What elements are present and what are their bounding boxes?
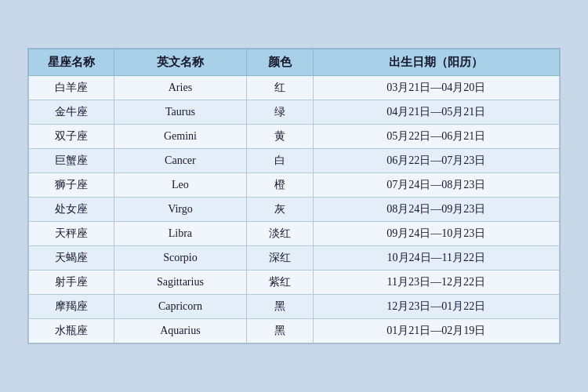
cell-english: Capricorn [114, 295, 246, 319]
table-header-row: 星座名称 英文名称 颜色 出生日期（阳历） [29, 49, 560, 76]
table-row: 狮子座Leo橙07月24日—08月23日 [29, 173, 560, 198]
cell-date: 01月21日—02月19日 [313, 319, 559, 343]
cell-color: 红 [247, 76, 314, 100]
header-date: 出生日期（阳历） [313, 49, 559, 76]
table-row: 双子座Gemini黄05月22日—06月21日 [29, 125, 560, 149]
cell-chinese: 狮子座 [29, 173, 114, 198]
cell-date: 09月24日—10月23日 [313, 222, 559, 246]
cell-date: 12月23日—01月22日 [313, 295, 559, 319]
cell-chinese: 射手座 [29, 270, 114, 295]
cell-chinese: 水瓶座 [29, 319, 114, 343]
cell-english: Libra [114, 222, 246, 246]
cell-english: Taurus [114, 100, 246, 125]
table-row: 水瓶座Aquarius黑01月21日—02月19日 [29, 319, 560, 343]
table-row: 摩羯座Capricorn黑12月23日—01月22日 [29, 295, 560, 319]
cell-english: Scorpio [114, 246, 246, 270]
header-chinese: 星座名称 [29, 49, 114, 76]
cell-english: Cancer [114, 149, 246, 173]
table-row: 天秤座Libra淡红09月24日—10月23日 [29, 222, 560, 246]
header-color: 颜色 [247, 49, 314, 76]
table-row: 射手座Sagittarius紫红11月23日—12月22日 [29, 270, 560, 295]
cell-date: 10月24日—11月22日 [313, 246, 559, 270]
cell-color: 橙 [247, 173, 314, 198]
cell-date: 06月22日—07月23日 [313, 149, 559, 173]
cell-date: 08月24日—09月23日 [313, 198, 559, 222]
cell-chinese: 巨蟹座 [29, 149, 114, 173]
table-row: 金牛座Taurus绿04月21日—05月21日 [29, 100, 560, 125]
cell-color: 深红 [247, 246, 314, 270]
cell-chinese: 天秤座 [29, 222, 114, 246]
cell-date: 05月22日—06月21日 [313, 125, 559, 149]
cell-chinese: 双子座 [29, 125, 114, 149]
table-row: 天蝎座Scorpio深红10月24日—11月22日 [29, 246, 560, 270]
table-row: 处女座Virgo灰08月24日—09月23日 [29, 198, 560, 222]
cell-chinese: 白羊座 [29, 76, 114, 100]
cell-date: 07月24日—08月23日 [313, 173, 559, 198]
cell-english: Virgo [114, 198, 246, 222]
cell-color: 黑 [247, 295, 314, 319]
cell-english: Leo [114, 173, 246, 198]
cell-chinese: 摩羯座 [29, 295, 114, 319]
cell-date: 04月21日—05月21日 [313, 100, 559, 125]
cell-color: 绿 [247, 100, 314, 125]
cell-color: 黑 [247, 319, 314, 343]
cell-date: 03月21日—04月20日 [313, 76, 559, 100]
cell-color: 黄 [247, 125, 314, 149]
table-row: 巨蟹座Cancer白06月22日—07月23日 [29, 149, 560, 173]
cell-color: 紫红 [247, 270, 314, 295]
cell-color: 白 [247, 149, 314, 173]
cell-chinese: 处女座 [29, 198, 114, 222]
cell-color: 灰 [247, 198, 314, 222]
cell-chinese: 天蝎座 [29, 246, 114, 270]
cell-date: 11月23日—12月22日 [313, 270, 559, 295]
table-row: 白羊座Aries红03月21日—04月20日 [29, 76, 560, 100]
cell-english: Sagittarius [114, 270, 246, 295]
table-body: 白羊座Aries红03月21日—04月20日金牛座Taurus绿04月21日—0… [29, 76, 560, 343]
cell-chinese: 金牛座 [29, 100, 114, 125]
zodiac-table-container: 星座名称 英文名称 颜色 出生日期（阳历） 白羊座Aries红03月21日—04… [27, 48, 561, 344]
header-english: 英文名称 [114, 49, 246, 76]
cell-english: Gemini [114, 125, 246, 149]
cell-color: 淡红 [247, 222, 314, 246]
cell-english: Aries [114, 76, 246, 100]
cell-english: Aquarius [114, 319, 246, 343]
zodiac-table: 星座名称 英文名称 颜色 出生日期（阳历） 白羊座Aries红03月21日—04… [28, 49, 560, 343]
